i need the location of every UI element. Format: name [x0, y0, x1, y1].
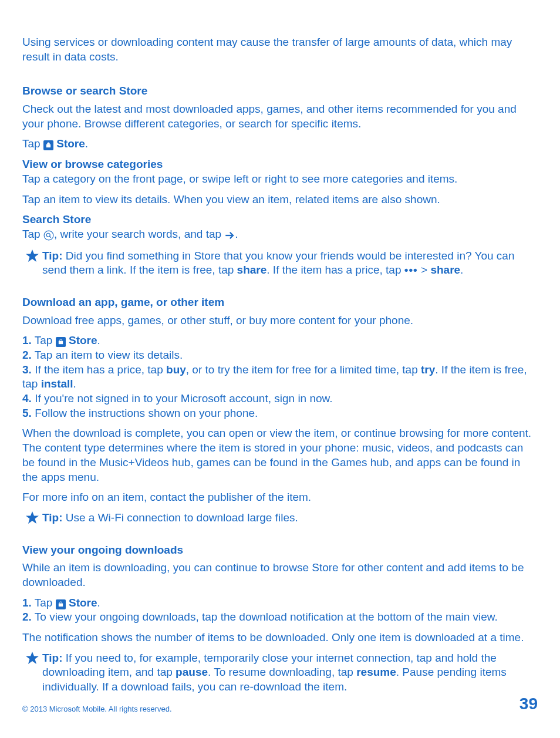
- tip-label: Tip:: [42, 652, 62, 664]
- resume-label: resume: [356, 666, 396, 678]
- more-icon: •••: [404, 264, 418, 276]
- store-label: Store: [69, 597, 97, 609]
- svg-marker-6: [26, 652, 39, 664]
- heading-download: Download an app, game, or other item: [22, 295, 538, 310]
- text: .: [97, 597, 100, 609]
- text: .: [85, 137, 88, 150]
- list-item: 4. If you're not signed in to your Micro…: [22, 392, 538, 406]
- list-item: 3. If the item has a price, tap buy, or …: [22, 363, 538, 392]
- download-desc: Download free apps, games, or other stuf…: [22, 314, 538, 328]
- text: , or to try the item for free for a limi…: [186, 363, 421, 376]
- text: Follow the instructions shown on your ph…: [32, 407, 258, 419]
- text: Tap an item to view its details.: [32, 349, 183, 361]
- tip-label: Tip:: [42, 250, 62, 262]
- text: Tap: [22, 137, 43, 150]
- page-number: 39: [519, 693, 538, 715]
- view-cat-line1: Tap a category on the front page, or swi…: [22, 172, 538, 187]
- num: 1.: [22, 597, 32, 609]
- browse-desc: Check out the latest and most downloaded…: [22, 102, 538, 131]
- heading-ongoing: View your ongoing downloads: [22, 543, 538, 558]
- star-icon: [22, 249, 42, 263]
- svg-marker-4: [26, 250, 39, 262]
- page: Using services or downloading content ma…: [0, 0, 560, 738]
- text: , write your search words, and tap: [54, 228, 224, 240]
- text: .: [73, 378, 76, 390]
- heading-browse-search: Browse or search Store: [22, 84, 538, 99]
- list-item: 2. Tap an item to view its details.: [22, 348, 538, 363]
- tip-share: Tip: Did you find something in Store tha…: [22, 249, 538, 278]
- tip-text: Tip: Use a Wi-Fi connection to download …: [42, 511, 538, 525]
- arrow-right-icon: [224, 228, 235, 243]
- copyright: © 2013 Microsoft Mobile. All rights rese…: [22, 705, 172, 715]
- text: If you're not signed in to your Microsof…: [32, 392, 333, 405]
- num: 3.: [22, 363, 32, 376]
- text: .: [97, 334, 100, 346]
- num: 5.: [22, 407, 32, 419]
- ongoing-note: The notification shows the number of ite…: [22, 631, 538, 645]
- list-item: 1. Tap Store.: [22, 333, 538, 348]
- star-icon: [22, 651, 42, 665]
- list-item: 1. Tap Store.: [22, 596, 538, 611]
- download-after2: For more info on an item, contact the pu…: [22, 490, 538, 505]
- num: 4.: [22, 392, 32, 405]
- ongoing-desc: While an item is downloading, you can co…: [22, 561, 538, 589]
- num: 2.: [22, 349, 32, 361]
- svg-point-0: [44, 231, 53, 240]
- star-icon: [22, 511, 42, 525]
- tip-pause: Tip: If you need to, for example, tempor…: [22, 651, 538, 695]
- text: >: [418, 264, 431, 276]
- pause-label: pause: [176, 666, 208, 678]
- footer: © 2013 Microsoft Mobile. All rights rese…: [22, 693, 538, 715]
- tap-store-line: Tap Store.: [22, 137, 538, 151]
- text: Tap: [32, 597, 56, 609]
- download-after1: When the download is complete, you can o…: [22, 426, 538, 484]
- list-item: 2. To view your ongoing downloads, tap t…: [22, 610, 538, 625]
- text: Tap: [22, 228, 43, 240]
- buy-label: buy: [166, 363, 186, 376]
- search-icon: [43, 228, 54, 243]
- list-item: 5. Follow the instructions shown on your…: [22, 406, 538, 421]
- heading-search-store: Search Store: [22, 213, 538, 227]
- search-instruction: Tap , write your search words, and tap .: [22, 227, 538, 243]
- share-label: share: [237, 264, 267, 276]
- svg-point-1: [46, 233, 50, 237]
- store-icon: [43, 140, 53, 150]
- store-label: Store: [56, 137, 85, 150]
- store-icon: [56, 337, 66, 347]
- text: Tap: [32, 334, 56, 346]
- num: 1.: [22, 334, 32, 346]
- text: . If the item has a price, tap: [266, 264, 404, 276]
- heading-view-categories: View or browse categories: [22, 157, 538, 172]
- intro-text: Using services or downloading content ma…: [22, 35, 538, 64]
- text: . To resume downloading, tap: [208, 666, 356, 678]
- tip-label: Tip:: [42, 511, 62, 524]
- store-icon: [56, 599, 66, 609]
- tip-wifi: Tip: Use a Wi-Fi connection to download …: [22, 511, 538, 525]
- text: If the item has a price, tap: [32, 363, 166, 376]
- share-label: share: [430, 264, 460, 276]
- install-label: install: [41, 378, 73, 390]
- view-cat-line2: Tap an item to view its details. When yo…: [22, 193, 538, 207]
- svg-line-2: [49, 236, 50, 237]
- tip-text: Tip: Did you find something in Store tha…: [42, 249, 538, 278]
- text: .: [235, 228, 238, 240]
- try-label: try: [421, 363, 435, 376]
- store-label: Store: [69, 334, 97, 346]
- svg-marker-5: [26, 511, 39, 524]
- num: 2.: [22, 611, 32, 623]
- text: Use a Wi-Fi connection to download large…: [62, 511, 298, 524]
- tip-text: Tip: If you need to, for example, tempor…: [42, 651, 538, 695]
- text: .: [460, 264, 463, 276]
- text: To view your ongoing downloads, tap the …: [32, 611, 498, 623]
